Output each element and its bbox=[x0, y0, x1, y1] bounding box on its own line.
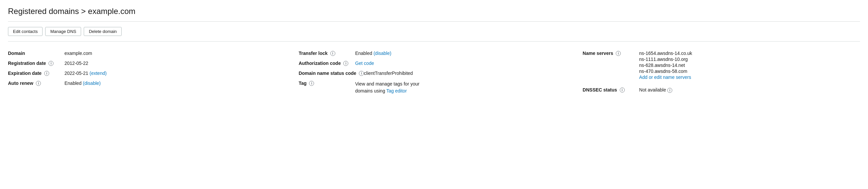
domain-status-code-label: Domain name status code i bbox=[299, 71, 364, 76]
auth-code-info-icon[interactable]: i bbox=[343, 61, 348, 66]
dnssec-value: Not available i bbox=[639, 87, 672, 93]
name-server-2: ns-1111.awsdns-10.org bbox=[639, 57, 692, 62]
name-servers-list: ns-1654.awsdns-14.co.uk ns-1111.awsdns-1… bbox=[639, 51, 692, 80]
toolbar: Edit contacts Manage DNS Delete domain bbox=[8, 27, 860, 42]
auto-renew-row: Auto renew i Enabled (disable) bbox=[8, 78, 292, 88]
details-grid: Domain example.com Registration date i 2… bbox=[8, 48, 860, 97]
name-server-4: ns-470.awsdns-58.com bbox=[639, 69, 692, 74]
expiration-date-label: Expiration date i bbox=[8, 71, 64, 76]
transfer-lock-info-icon[interactable]: i bbox=[330, 51, 335, 56]
domain-label: Domain bbox=[8, 51, 64, 56]
middle-column: Transfer lock i Enabled (disable) Author… bbox=[292, 48, 576, 97]
dnssec-value-info-icon[interactable]: i bbox=[667, 88, 672, 93]
tag-value: View and manage tags for yourdomains usi… bbox=[355, 81, 420, 94]
domain-status-code-info-icon[interactable]: i bbox=[359, 71, 364, 76]
transfer-lock-value: Enabled (disable) bbox=[355, 51, 392, 56]
auto-renew-info-icon[interactable]: i bbox=[36, 81, 41, 86]
domain-value: example.com bbox=[64, 51, 92, 56]
left-column: Domain example.com Registration date i 2… bbox=[8, 48, 292, 97]
dnssec-row: DNSSEC status i Not available i bbox=[583, 85, 860, 95]
expiration-date-row: Expiration date i 2022-05-21 (extend) bbox=[8, 68, 292, 78]
auto-renew-disable-link[interactable]: (disable) bbox=[83, 81, 101, 86]
right-column: Name servers i ns-1654.awsdns-14.co.uk n… bbox=[576, 48, 860, 97]
delete-domain-button[interactable]: Delete domain bbox=[84, 27, 122, 36]
name-server-3: ns-628.awsdns-14.net bbox=[639, 62, 692, 68]
page-title: Registered domains > example.com bbox=[8, 7, 860, 22]
tag-label: Tag i bbox=[299, 81, 355, 86]
registration-date-info-icon[interactable]: i bbox=[49, 61, 54, 66]
registration-date-row: Registration date i 2012-05-22 bbox=[8, 58, 292, 68]
get-code-link[interactable]: Get code bbox=[355, 60, 374, 66]
dnssec-info-icon[interactable]: i bbox=[620, 87, 625, 92]
domain-row: Domain example.com bbox=[8, 48, 292, 58]
name-servers-info-icon[interactable]: i bbox=[616, 51, 621, 56]
auth-code-row: Authorization code i Get code bbox=[299, 58, 569, 68]
expiration-extend-link[interactable]: (extend) bbox=[90, 71, 107, 76]
domain-status-code-row: Domain name status code i clientTransfer… bbox=[299, 68, 569, 78]
domain-status-code-value: clientTransferProhibited bbox=[364, 71, 413, 76]
transfer-lock-disable-link[interactable]: (disable) bbox=[374, 51, 392, 56]
expiration-date-value: 2022-05-21 (extend) bbox=[64, 71, 107, 76]
manage-dns-button[interactable]: Manage DNS bbox=[45, 27, 81, 36]
dnssec-label: DNSSEC status i bbox=[583, 87, 639, 92]
expiration-date-info-icon[interactable]: i bbox=[44, 71, 49, 76]
transfer-lock-label: Transfer lock i bbox=[299, 51, 355, 56]
transfer-lock-row: Transfer lock i Enabled (disable) bbox=[299, 48, 569, 58]
tag-row: Tag i View and manage tags for yourdomai… bbox=[299, 78, 569, 97]
name-server-1: ns-1654.awsdns-14.co.uk bbox=[639, 51, 692, 56]
auto-renew-value: Enabled (disable) bbox=[64, 81, 101, 86]
auth-code-label: Authorization code i bbox=[299, 60, 355, 66]
auth-code-value: Get code bbox=[355, 60, 374, 66]
registration-date-label: Registration date i bbox=[8, 60, 64, 66]
name-servers-label: Name servers i bbox=[583, 51, 639, 56]
auto-renew-label: Auto renew i bbox=[8, 81, 64, 86]
tag-info-icon[interactable]: i bbox=[309, 81, 314, 86]
name-servers-row: Name servers i ns-1654.awsdns-14.co.uk n… bbox=[583, 48, 860, 82]
add-edit-name-servers-link[interactable]: Add or edit name servers bbox=[639, 75, 692, 80]
edit-contacts-button[interactable]: Edit contacts bbox=[8, 27, 42, 36]
registration-date-value: 2012-05-22 bbox=[64, 60, 88, 66]
tag-editor-link[interactable]: Tag editor bbox=[386, 88, 407, 93]
